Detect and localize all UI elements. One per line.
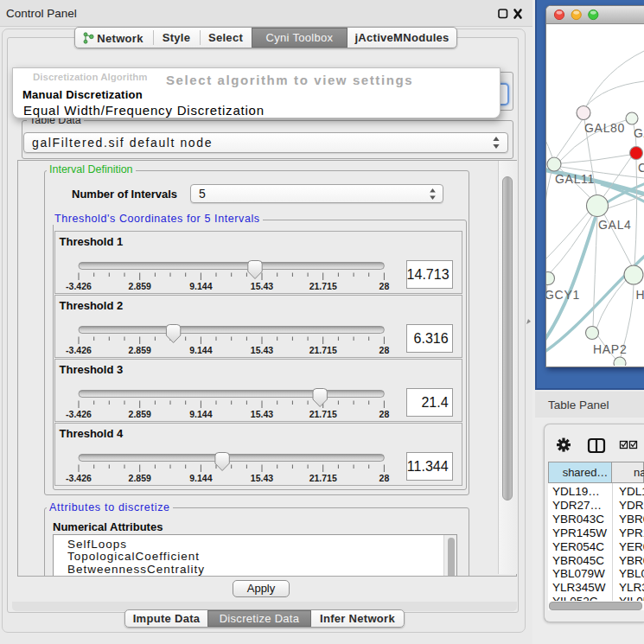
- svg-text:GCY1: GCY1: [546, 288, 580, 302]
- svg-text:15.43: 15.43: [250, 473, 272, 483]
- svg-text:28: 28: [379, 345, 389, 355]
- svg-text:-3.426: -3.426: [66, 473, 92, 483]
- svg-text:21.715: 21.715: [309, 473, 336, 483]
- svg-text:HI: HI: [636, 288, 644, 302]
- svg-text:28: 28: [379, 473, 389, 483]
- svg-text:9.144: 9.144: [189, 409, 212, 419]
- svg-text:-3.426: -3.426: [66, 409, 92, 419]
- svg-text:9.144: 9.144: [189, 345, 212, 355]
- svg-text:2.859: 2.859: [128, 281, 150, 291]
- svg-text:-3.426: -3.426: [66, 345, 92, 355]
- svg-text:28: 28: [379, 409, 389, 419]
- svg-text:2.859: 2.859: [128, 473, 150, 483]
- svg-text:GAL4: GAL4: [598, 218, 632, 232]
- svg-text:15.43: 15.43: [250, 345, 272, 355]
- svg-text:15.43: 15.43: [250, 409, 272, 419]
- svg-text:9.144: 9.144: [189, 281, 212, 291]
- svg-text:21.715: 21.715: [309, 409, 336, 419]
- svg-text:GA: GA: [634, 126, 644, 140]
- svg-text:28: 28: [379, 281, 389, 291]
- svg-text:15.43: 15.43: [250, 281, 272, 291]
- svg-text:21.715: 21.715: [309, 281, 336, 291]
- svg-text:Threshold 3: Threshold 3: [59, 363, 123, 376]
- svg-text:HAP2: HAP2: [593, 342, 627, 356]
- svg-text:Threshold 4: Threshold 4: [59, 427, 123, 440]
- svg-text:GAL80: GAL80: [584, 121, 625, 135]
- svg-text:-3.426: -3.426: [66, 281, 92, 291]
- svg-text:GAL11: GAL11: [555, 172, 595, 186]
- svg-text:2.859: 2.859: [128, 345, 150, 355]
- svg-text:C: C: [638, 161, 644, 175]
- svg-text:21.715: 21.715: [309, 345, 336, 355]
- svg-text:Threshold 1: Threshold 1: [59, 235, 123, 248]
- svg-text:9.144: 9.144: [189, 473, 212, 483]
- svg-text:2.859: 2.859: [128, 409, 150, 419]
- svg-text:Threshold 2: Threshold 2: [59, 299, 123, 312]
